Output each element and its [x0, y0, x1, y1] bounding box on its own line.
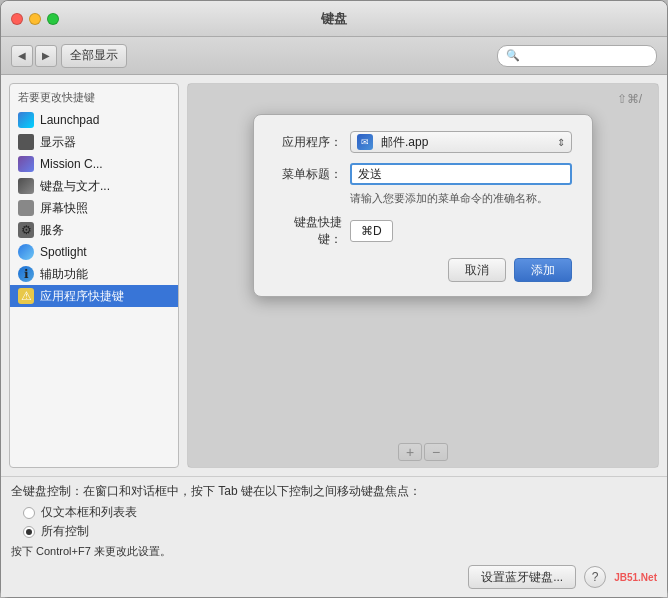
right-panel: ⇧⌘/ 应用程序： ✉ 邮件.app ⇕	[187, 83, 659, 468]
search-box: 🔍	[497, 45, 657, 67]
radio-item-text-only[interactable]: 仅文本框和列表表	[23, 504, 657, 521]
sidebar-item-keyboard[interactable]: 键盘与文才...	[10, 175, 178, 197]
shortcut-display-value: ⌘D	[361, 224, 382, 238]
window-title: 键盘	[321, 10, 347, 28]
app-value: 邮件.app	[381, 134, 428, 151]
close-button[interactable]	[11, 13, 23, 25]
services-icon: ⚙	[18, 222, 34, 238]
titlebar: 键盘	[1, 1, 667, 37]
app-row: 应用程序： ✉ 邮件.app ⇕	[274, 131, 572, 153]
sidebar-item-spotlight[interactable]: Spotlight	[10, 241, 178, 263]
sidebar-label-services: 服务	[40, 222, 64, 239]
sidebar-label-display: 显示器	[40, 134, 76, 151]
screenshot-icon	[18, 200, 34, 216]
cancel-button[interactable]: 取消	[448, 258, 506, 282]
menu-input[interactable]	[350, 163, 572, 185]
traffic-lights	[11, 13, 59, 25]
display-icon	[18, 134, 34, 150]
show-all-button[interactable]: 全部显示	[61, 44, 127, 68]
back-button[interactable]: ◀	[11, 45, 33, 67]
radio-label-all-controls: 所有控制	[41, 523, 89, 540]
sidebar-item-screenshot[interactable]: 屏幕快照	[10, 197, 178, 219]
sidebar-label-mission: Mission C...	[40, 157, 103, 171]
sidebar-item-accessibility[interactable]: ℹ 辅助功能	[10, 263, 178, 285]
sidebar-list: Launchpad 显示器 Mission C... 键盘与文才... 屏幕快照	[10, 109, 178, 467]
mail-icon: ✉	[357, 134, 373, 150]
spotlight-icon	[18, 244, 34, 260]
bluetooth-button[interactable]: 设置蓝牙键盘...	[468, 565, 576, 589]
radio-circle-text-only	[23, 507, 35, 519]
search-icon: 🔍	[506, 49, 520, 62]
watermark: JB51.Net	[614, 572, 657, 583]
sidebar-label-screenshot: 屏幕快照	[40, 200, 88, 217]
menu-label: 菜单标题：	[274, 166, 342, 183]
shortcut-row: 键盘快捷键： ⌘D	[274, 214, 572, 248]
sidebar-label-accessibility: 辅助功能	[40, 266, 88, 283]
main-content: 若要更改快捷键 Launchpad 显示器 Mission C... 键盘与文才…	[1, 75, 667, 476]
add-shortcut-dialog: 应用程序： ✉ 邮件.app ⇕	[253, 114, 593, 297]
shortcut-label: 键盘快捷键：	[274, 214, 342, 248]
sidebar-item-display[interactable]: 显示器	[10, 131, 178, 153]
footer-note: 按下 Control+F7 来更改此设置。	[11, 544, 657, 559]
sidebar-item-mission[interactable]: Mission C...	[10, 153, 178, 175]
accessibility-icon: ℹ	[18, 266, 34, 282]
sidebar-item-services[interactable]: ⚙ 服务	[10, 219, 178, 241]
radio-item-all-controls[interactable]: 所有控制	[23, 523, 657, 540]
keyboard-icon	[18, 178, 34, 194]
select-arrow-icon: ⇕	[557, 137, 565, 148]
menu-row: 菜单标题：	[274, 163, 572, 185]
help-button[interactable]: ?	[584, 566, 606, 588]
minimize-button[interactable]	[29, 13, 41, 25]
appshortcut-icon: ⚠	[18, 288, 34, 304]
sidebar-item-appshortcuts[interactable]: ⚠ 应用程序快捷键	[10, 285, 178, 307]
dialog-buttons: 取消 添加	[274, 258, 572, 282]
maximize-button[interactable]	[47, 13, 59, 25]
launchpad-icon	[18, 112, 34, 128]
sidebar-label-spotlight: Spotlight	[40, 245, 87, 259]
panel-header: 若要更改快捷键	[10, 84, 178, 109]
toolbar: ◀ ▶ 全部显示 🔍	[1, 37, 667, 75]
nav-buttons: ◀ ▶	[11, 45, 57, 67]
main-window: 键盘 ◀ ▶ 全部显示 🔍 若要更改快捷键 Launchpad 显示器	[0, 0, 668, 598]
left-panel: 若要更改快捷键 Launchpad 显示器 Mission C... 键盘与文才…	[9, 83, 179, 468]
add-button[interactable]: 添加	[514, 258, 572, 282]
footer: 全键盘控制：在窗口和对话框中，按下 Tab 键在以下控制之间移动键盘焦点： 仅文…	[1, 476, 667, 597]
forward-button[interactable]: ▶	[35, 45, 57, 67]
shortcut-display[interactable]: ⌘D	[350, 220, 393, 242]
app-select[interactable]: ✉ 邮件.app ⇕	[350, 131, 572, 153]
sidebar-label-appshortcuts: 应用程序快捷键	[40, 288, 124, 305]
radio-label-text-only: 仅文本框和列表表	[41, 504, 137, 521]
sidebar-label-keyboard: 键盘与文才...	[40, 178, 110, 195]
app-label: 应用程序：	[274, 134, 342, 151]
mission-icon	[18, 156, 34, 172]
footer-bottom: 设置蓝牙键盘... ? JB51.Net	[11, 565, 657, 589]
sidebar-label-launchpad: Launchpad	[40, 113, 99, 127]
sidebar-item-launchpad[interactable]: Launchpad	[10, 109, 178, 131]
dialog-hint: 请输入您要添加的菜单命令的准确名称。	[350, 191, 572, 206]
dialog-overlay: 应用程序： ✉ 邮件.app ⇕	[188, 84, 658, 467]
radio-group: 仅文本框和列表表 所有控制	[23, 504, 657, 540]
search-input[interactable]	[524, 49, 648, 63]
app-select-wrap: ✉ 邮件.app ⇕	[350, 131, 572, 153]
radio-circle-all-controls	[23, 526, 35, 538]
footer-main-text: 全键盘控制：在窗口和对话框中，按下 Tab 键在以下控制之间移动键盘焦点：	[11, 483, 657, 500]
